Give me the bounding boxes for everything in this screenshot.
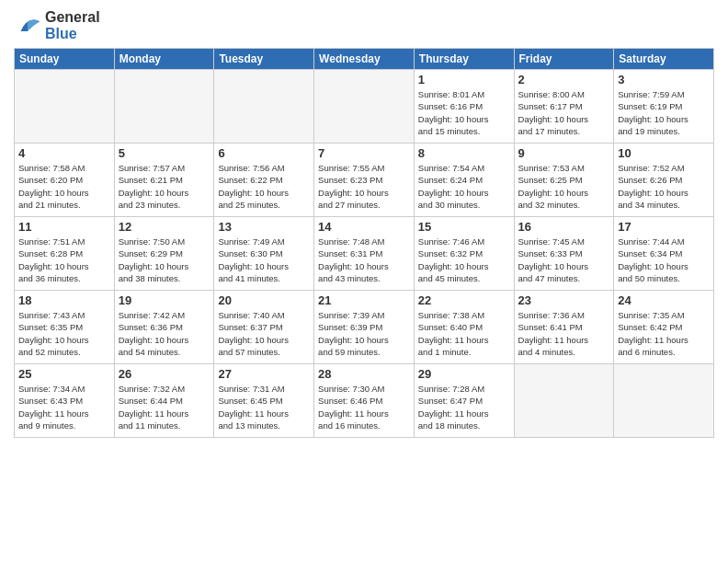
day-info: Sunrise: 7:32 AMSunset: 6:44 PMDaylight:…: [119, 383, 210, 431]
day-number: 8: [418, 146, 510, 160]
day-info: Sunrise: 7:45 AMSunset: 6:33 PMDaylight:…: [518, 236, 610, 284]
weekday-header-wednesday: Wednesday: [314, 49, 415, 70]
calendar-cell: 5Sunrise: 7:57 AMSunset: 6:21 PMDaylight…: [114, 144, 214, 217]
day-info: Sunrise: 7:28 AMSunset: 6:47 PMDaylight:…: [418, 383, 510, 431]
day-number: 2: [518, 73, 610, 86]
calendar-cell: 13Sunrise: 7:49 AMSunset: 6:30 PMDayligh…: [214, 217, 314, 291]
day-info: Sunrise: 7:30 AMSunset: 6:46 PMDaylight:…: [318, 383, 410, 431]
day-info: Sunrise: 7:31 AMSunset: 6:45 PMDaylight:…: [218, 383, 310, 431]
calendar-cell: 29Sunrise: 7:28 AMSunset: 6:47 PMDayligh…: [414, 364, 514, 438]
day-number: 10: [618, 146, 710, 160]
day-number: 13: [218, 220, 310, 234]
day-number: 7: [318, 146, 410, 160]
calendar-cell: 3Sunrise: 7:59 AMSunset: 6:19 PMDaylight…: [614, 70, 714, 144]
week-row-0: 1Sunrise: 8:01 AMSunset: 6:16 PMDaylight…: [15, 70, 714, 144]
day-info: Sunrise: 7:34 AMSunset: 6:43 PMDaylight:…: [18, 383, 110, 431]
calendar-cell: 22Sunrise: 7:38 AMSunset: 6:40 PMDayligh…: [414, 291, 514, 364]
day-number: 21: [318, 293, 410, 307]
calendar-cell: 11Sunrise: 7:51 AMSunset: 6:28 PMDayligh…: [15, 217, 115, 291]
day-info: Sunrise: 7:46 AMSunset: 6:32 PMDaylight:…: [418, 236, 510, 284]
day-number: 23: [518, 293, 610, 307]
calendar-cell: 21Sunrise: 7:39 AMSunset: 6:39 PMDayligh…: [314, 291, 415, 364]
day-number: 29: [418, 367, 510, 381]
day-info: Sunrise: 7:40 AMSunset: 6:37 PMDaylight:…: [218, 309, 310, 358]
day-info: Sunrise: 7:51 AMSunset: 6:28 PMDaylight:…: [18, 236, 110, 284]
calendar-cell: 24Sunrise: 7:35 AMSunset: 6:42 PMDayligh…: [614, 291, 714, 364]
week-row-2: 11Sunrise: 7:51 AMSunset: 6:28 PMDayligh…: [15, 217, 714, 291]
day-number: 28: [318, 367, 410, 381]
day-info: Sunrise: 7:55 AMSunset: 6:23 PMDaylight:…: [318, 162, 410, 211]
calendar-cell: 10Sunrise: 7:52 AMSunset: 6:26 PMDayligh…: [614, 144, 714, 217]
calendar-cell: 2Sunrise: 8:00 AMSunset: 6:17 PMDaylight…: [514, 70, 614, 144]
day-number: 15: [418, 220, 510, 234]
calendar-cell: 25Sunrise: 7:34 AMSunset: 6:43 PMDayligh…: [15, 364, 115, 438]
calendar-cell: [614, 364, 714, 438]
weekday-header-monday: Monday: [114, 49, 214, 70]
weekday-header-row: SundayMondayTuesdayWednesdayThursdayFrid…: [15, 49, 714, 70]
calendar-cell: 7Sunrise: 7:55 AMSunset: 6:23 PMDaylight…: [314, 144, 415, 217]
day-number: 6: [218, 146, 310, 160]
calendar-cell: 16Sunrise: 7:45 AMSunset: 6:33 PMDayligh…: [514, 217, 614, 291]
day-number: 25: [18, 367, 110, 381]
day-info: Sunrise: 7:53 AMSunset: 6:25 PMDaylight:…: [518, 162, 610, 211]
day-info: Sunrise: 7:52 AMSunset: 6:26 PMDaylight:…: [618, 162, 710, 211]
calendar-cell: 19Sunrise: 7:42 AMSunset: 6:36 PMDayligh…: [114, 291, 214, 364]
day-info: Sunrise: 7:48 AMSunset: 6:31 PMDaylight:…: [318, 236, 410, 284]
day-number: 3: [618, 73, 710, 86]
calendar-cell: 23Sunrise: 7:36 AMSunset: 6:41 PMDayligh…: [514, 291, 614, 364]
calendar-cell: [15, 70, 115, 144]
logo-icon: [14, 12, 41, 40]
calendar-cell: 18Sunrise: 7:43 AMSunset: 6:35 PMDayligh…: [15, 291, 115, 364]
day-number: 5: [119, 146, 210, 160]
weekday-header-tuesday: Tuesday: [214, 49, 314, 70]
logo-text: General Blue: [45, 9, 100, 42]
weekday-header-friday: Friday: [514, 49, 614, 70]
day-number: 1: [418, 73, 510, 86]
calendar-cell: 9Sunrise: 7:53 AMSunset: 6:25 PMDaylight…: [514, 144, 614, 217]
calendar-cell: 4Sunrise: 7:58 AMSunset: 6:20 PMDaylight…: [15, 144, 115, 217]
day-number: 26: [119, 367, 210, 381]
day-number: 11: [18, 220, 110, 234]
week-row-3: 18Sunrise: 7:43 AMSunset: 6:35 PMDayligh…: [15, 291, 714, 364]
day-number: 9: [518, 146, 610, 160]
week-row-1: 4Sunrise: 7:58 AMSunset: 6:20 PMDaylight…: [15, 144, 714, 217]
calendar-cell: 1Sunrise: 8:01 AMSunset: 6:16 PMDaylight…: [414, 70, 514, 144]
day-number: 12: [119, 220, 210, 234]
day-number: 19: [119, 293, 210, 307]
calendar-container: General Blue SundayMondayTuesdayWednesda…: [0, 0, 728, 447]
calendar-cell: [114, 70, 214, 144]
calendar-cell: [314, 70, 415, 144]
header: General Blue: [14, 9, 714, 42]
calendar-cell: [214, 70, 314, 144]
day-info: Sunrise: 7:54 AMSunset: 6:24 PMDaylight:…: [418, 162, 510, 211]
day-info: Sunrise: 7:49 AMSunset: 6:30 PMDaylight:…: [218, 236, 310, 284]
calendar-cell: 15Sunrise: 7:46 AMSunset: 6:32 PMDayligh…: [414, 217, 514, 291]
calendar-cell: 27Sunrise: 7:31 AMSunset: 6:45 PMDayligh…: [214, 364, 314, 438]
calendar-cell: 6Sunrise: 7:56 AMSunset: 6:22 PMDaylight…: [214, 144, 314, 217]
day-info: Sunrise: 7:38 AMSunset: 6:40 PMDaylight:…: [418, 309, 510, 358]
weekday-header-saturday: Saturday: [614, 49, 714, 70]
day-info: Sunrise: 7:50 AMSunset: 6:29 PMDaylight:…: [119, 236, 210, 284]
day-info: Sunrise: 7:36 AMSunset: 6:41 PMDaylight:…: [518, 309, 610, 358]
calendar-cell: 26Sunrise: 7:32 AMSunset: 6:44 PMDayligh…: [114, 364, 214, 438]
weekday-header-sunday: Sunday: [15, 49, 115, 70]
day-number: 22: [418, 293, 510, 307]
calendar-cell: 28Sunrise: 7:30 AMSunset: 6:46 PMDayligh…: [314, 364, 415, 438]
day-info: Sunrise: 8:00 AMSunset: 6:17 PMDaylight:…: [518, 88, 610, 137]
calendar-cell: 8Sunrise: 7:54 AMSunset: 6:24 PMDaylight…: [414, 144, 514, 217]
day-info: Sunrise: 7:44 AMSunset: 6:34 PMDaylight:…: [618, 236, 710, 284]
day-number: 4: [18, 146, 110, 160]
calendar-cell: 17Sunrise: 7:44 AMSunset: 6:34 PMDayligh…: [614, 217, 714, 291]
day-info: Sunrise: 7:42 AMSunset: 6:36 PMDaylight:…: [119, 309, 210, 358]
calendar-cell: 14Sunrise: 7:48 AMSunset: 6:31 PMDayligh…: [314, 217, 415, 291]
day-number: 27: [218, 367, 310, 381]
day-info: Sunrise: 8:01 AMSunset: 6:16 PMDaylight:…: [418, 88, 510, 137]
day-info: Sunrise: 7:39 AMSunset: 6:39 PMDaylight:…: [318, 309, 410, 358]
day-info: Sunrise: 7:58 AMSunset: 6:20 PMDaylight:…: [18, 162, 110, 211]
day-info: Sunrise: 7:43 AMSunset: 6:35 PMDaylight:…: [18, 309, 110, 358]
logo: General Blue: [14, 9, 100, 42]
day-number: 16: [518, 220, 610, 234]
day-number: 17: [618, 220, 710, 234]
calendar-cell: 12Sunrise: 7:50 AMSunset: 6:29 PMDayligh…: [114, 217, 214, 291]
day-number: 14: [318, 220, 410, 234]
